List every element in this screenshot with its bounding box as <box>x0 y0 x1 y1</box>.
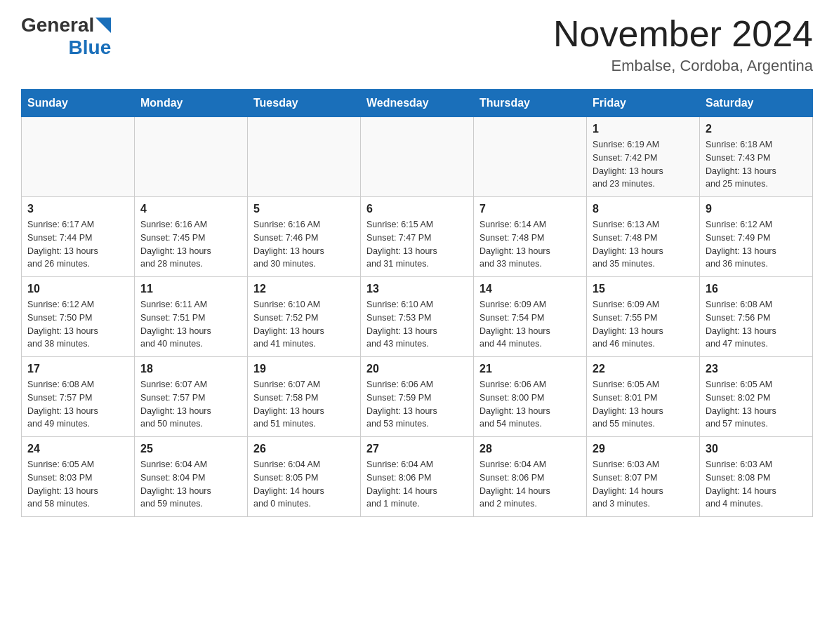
calendar-cell <box>248 117 361 197</box>
calendar-cell: 22Sunrise: 6:05 AM Sunset: 8:01 PM Dayli… <box>587 357 700 437</box>
calendar-cell: 29Sunrise: 6:03 AM Sunset: 8:07 PM Dayli… <box>587 437 700 517</box>
day-info: Sunrise: 6:08 AM Sunset: 7:56 PM Dayligh… <box>706 298 807 351</box>
day-info: Sunrise: 6:06 AM Sunset: 7:59 PM Dayligh… <box>366 378 468 431</box>
day-number: 19 <box>253 363 355 375</box>
calendar-cell: 12Sunrise: 6:10 AM Sunset: 7:52 PM Dayli… <box>248 277 361 357</box>
day-info: Sunrise: 6:15 AM Sunset: 7:47 PM Dayligh… <box>366 218 468 271</box>
day-number: 22 <box>593 363 694 375</box>
svg-marker-0 <box>95 18 111 33</box>
calendar-cell: 23Sunrise: 6:05 AM Sunset: 8:02 PM Dayli… <box>700 357 813 437</box>
day-number: 17 <box>27 363 128 375</box>
weekday-header-saturday: Saturday <box>700 90 813 117</box>
day-info: Sunrise: 6:03 AM Sunset: 8:07 PM Dayligh… <box>593 458 694 511</box>
logo: General Blue <box>21 14 111 59</box>
day-number: 26 <box>253 443 355 455</box>
day-number: 7 <box>479 203 581 215</box>
day-number: 14 <box>479 283 581 295</box>
calendar-cell <box>22 117 135 197</box>
calendar-cell: 21Sunrise: 6:06 AM Sunset: 8:00 PM Dayli… <box>474 357 587 437</box>
weekday-header-thursday: Thursday <box>474 90 587 117</box>
day-number: 1 <box>593 123 694 135</box>
day-number: 4 <box>140 203 241 215</box>
day-number: 20 <box>366 363 468 375</box>
day-info: Sunrise: 6:19 AM Sunset: 7:42 PM Dayligh… <box>593 138 694 191</box>
day-number: 15 <box>593 283 694 295</box>
day-info: Sunrise: 6:08 AM Sunset: 7:57 PM Dayligh… <box>27 378 128 431</box>
day-info: Sunrise: 6:17 AM Sunset: 7:44 PM Dayligh… <box>27 218 128 271</box>
day-info: Sunrise: 6:07 AM Sunset: 7:57 PM Dayligh… <box>140 378 241 431</box>
calendar-body: 1Sunrise: 6:19 AM Sunset: 7:42 PM Daylig… <box>22 117 813 517</box>
day-info: Sunrise: 6:12 AM Sunset: 7:49 PM Dayligh… <box>706 218 807 271</box>
calendar-cell: 10Sunrise: 6:12 AM Sunset: 7:50 PM Dayli… <box>22 277 135 357</box>
day-number: 27 <box>366 443 468 455</box>
calendar-cell: 11Sunrise: 6:11 AM Sunset: 7:51 PM Dayli… <box>135 277 248 357</box>
calendar-cell: 27Sunrise: 6:04 AM Sunset: 8:06 PM Dayli… <box>361 437 474 517</box>
calendar-cell: 8Sunrise: 6:13 AM Sunset: 7:48 PM Daylig… <box>587 197 700 277</box>
calendar-cell: 25Sunrise: 6:04 AM Sunset: 8:04 PM Dayli… <box>135 437 248 517</box>
day-info: Sunrise: 6:18 AM Sunset: 7:43 PM Dayligh… <box>706 138 807 191</box>
calendar-table: SundayMondayTuesdayWednesdayThursdayFrid… <box>21 89 813 517</box>
calendar-cell: 17Sunrise: 6:08 AM Sunset: 7:57 PM Dayli… <box>22 357 135 437</box>
day-number: 24 <box>27 443 128 455</box>
day-info: Sunrise: 6:07 AM Sunset: 7:58 PM Dayligh… <box>253 378 355 431</box>
day-info: Sunrise: 6:12 AM Sunset: 7:50 PM Dayligh… <box>27 298 128 351</box>
calendar-cell: 28Sunrise: 6:04 AM Sunset: 8:06 PM Dayli… <box>474 437 587 517</box>
day-number: 11 <box>140 283 241 295</box>
day-number: 28 <box>479 443 581 455</box>
day-number: 30 <box>706 443 807 455</box>
calendar-cell: 15Sunrise: 6:09 AM Sunset: 7:55 PM Dayli… <box>587 277 700 357</box>
day-info: Sunrise: 6:05 AM Sunset: 8:03 PM Dayligh… <box>27 458 128 511</box>
page-header: General Blue November 2024 Embalse, Cord… <box>21 14 813 75</box>
calendar-week-row: 10Sunrise: 6:12 AM Sunset: 7:50 PM Dayli… <box>22 277 813 357</box>
logo-arrow-icon <box>95 18 111 33</box>
calendar-cell: 20Sunrise: 6:06 AM Sunset: 7:59 PM Dayli… <box>361 357 474 437</box>
day-number: 21 <box>479 363 581 375</box>
day-info: Sunrise: 6:16 AM Sunset: 7:46 PM Dayligh… <box>253 218 355 271</box>
day-info: Sunrise: 6:11 AM Sunset: 7:51 PM Dayligh… <box>140 298 241 351</box>
day-number: 16 <box>706 283 807 295</box>
day-info: Sunrise: 6:05 AM Sunset: 8:01 PM Dayligh… <box>593 378 694 431</box>
calendar-cell: 16Sunrise: 6:08 AM Sunset: 7:56 PM Dayli… <box>700 277 813 357</box>
calendar-cell <box>361 117 474 197</box>
day-info: Sunrise: 6:09 AM Sunset: 7:54 PM Dayligh… <box>479 298 581 351</box>
day-info: Sunrise: 6:06 AM Sunset: 8:00 PM Dayligh… <box>479 378 581 431</box>
day-number: 8 <box>593 203 694 215</box>
day-info: Sunrise: 6:04 AM Sunset: 8:06 PM Dayligh… <box>366 458 468 511</box>
day-info: Sunrise: 6:04 AM Sunset: 8:04 PM Dayligh… <box>140 458 241 511</box>
day-info: Sunrise: 6:04 AM Sunset: 8:05 PM Dayligh… <box>253 458 355 511</box>
calendar-week-row: 3Sunrise: 6:17 AM Sunset: 7:44 PM Daylig… <box>22 197 813 277</box>
calendar-header: SundayMondayTuesdayWednesdayThursdayFrid… <box>22 90 813 117</box>
calendar-cell: 1Sunrise: 6:19 AM Sunset: 7:42 PM Daylig… <box>587 117 700 197</box>
calendar-cell: 7Sunrise: 6:14 AM Sunset: 7:48 PM Daylig… <box>474 197 587 277</box>
weekday-header-row: SundayMondayTuesdayWednesdayThursdayFrid… <box>22 90 813 117</box>
day-number: 10 <box>27 283 128 295</box>
day-number: 13 <box>366 283 468 295</box>
weekday-header-tuesday: Tuesday <box>248 90 361 117</box>
day-number: 9 <box>706 203 807 215</box>
calendar-cell: 6Sunrise: 6:15 AM Sunset: 7:47 PM Daylig… <box>361 197 474 277</box>
day-number: 2 <box>706 123 807 135</box>
logo-text-blue: Blue <box>69 36 112 59</box>
day-info: Sunrise: 6:16 AM Sunset: 7:45 PM Dayligh… <box>140 218 241 271</box>
day-info: Sunrise: 6:14 AM Sunset: 7:48 PM Dayligh… <box>479 218 581 271</box>
weekday-header-wednesday: Wednesday <box>361 90 474 117</box>
calendar-cell: 4Sunrise: 6:16 AM Sunset: 7:45 PM Daylig… <box>135 197 248 277</box>
calendar-cell: 24Sunrise: 6:05 AM Sunset: 8:03 PM Dayli… <box>22 437 135 517</box>
calendar-cell: 9Sunrise: 6:12 AM Sunset: 7:49 PM Daylig… <box>700 197 813 277</box>
calendar-cell: 19Sunrise: 6:07 AM Sunset: 7:58 PM Dayli… <box>248 357 361 437</box>
day-info: Sunrise: 6:04 AM Sunset: 8:06 PM Dayligh… <box>479 458 581 511</box>
day-number: 5 <box>253 203 355 215</box>
calendar-title: November 2024 <box>553 14 813 54</box>
weekday-header-monday: Monday <box>135 90 248 117</box>
calendar-cell: 3Sunrise: 6:17 AM Sunset: 7:44 PM Daylig… <box>22 197 135 277</box>
day-info: Sunrise: 6:09 AM Sunset: 7:55 PM Dayligh… <box>593 298 694 351</box>
weekday-header-sunday: Sunday <box>22 90 135 117</box>
day-number: 6 <box>366 203 468 215</box>
calendar-cell: 18Sunrise: 6:07 AM Sunset: 7:57 PM Dayli… <box>135 357 248 437</box>
calendar-week-row: 24Sunrise: 6:05 AM Sunset: 8:03 PM Dayli… <box>22 437 813 517</box>
calendar-cell: 13Sunrise: 6:10 AM Sunset: 7:53 PM Dayli… <box>361 277 474 357</box>
day-info: Sunrise: 6:10 AM Sunset: 7:52 PM Dayligh… <box>253 298 355 351</box>
title-block: November 2024 Embalse, Cordoba, Argentin… <box>553 14 813 75</box>
day-info: Sunrise: 6:13 AM Sunset: 7:48 PM Dayligh… <box>593 218 694 271</box>
calendar-cell: 26Sunrise: 6:04 AM Sunset: 8:05 PM Dayli… <box>248 437 361 517</box>
